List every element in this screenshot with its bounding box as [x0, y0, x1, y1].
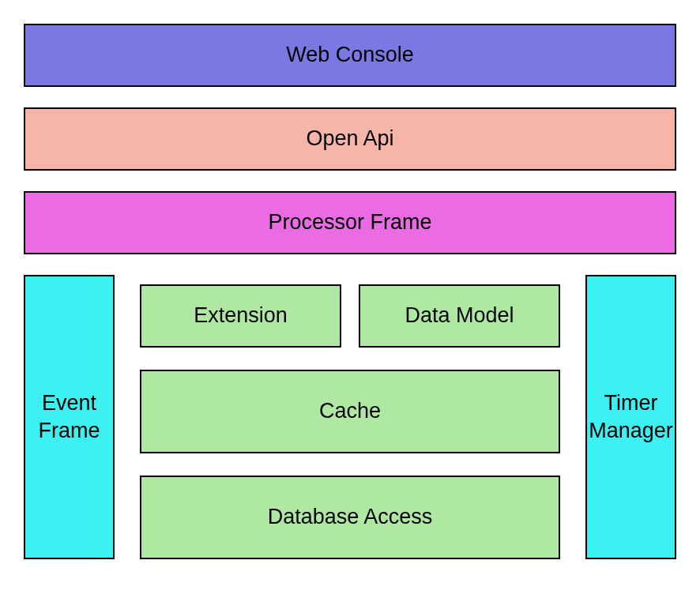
layer-label: Cache: [319, 397, 381, 425]
architecture-diagram: Web Console Open Api Processor Frame Eve…: [24, 24, 676, 559]
layer-processor-frame: Processor Frame: [24, 191, 676, 254]
layer-label: Open Api: [306, 125, 393, 152]
layer-label: Processor Frame: [268, 209, 431, 236]
layer-label: Timer Manager: [587, 389, 675, 445]
middle-stack: Extension Data Model Cache Database Acce…: [140, 275, 560, 559]
layer-label: Database Access: [268, 503, 433, 531]
layer-cache: Cache: [140, 370, 560, 453]
layer-label: Web Console: [286, 41, 414, 69]
layer-web-console: Web Console: [24, 24, 676, 87]
layer-label: Event Frame: [25, 389, 113, 445]
layer-data-model: Data Model: [359, 284, 560, 348]
layer-database-access: Database Access: [140, 476, 560, 559]
layer-open-api: Open Api: [24, 107, 676, 171]
layer-label: Data Model: [405, 302, 514, 329]
bottom-section: Event Frame Extension Data Model Cache D…: [24, 275, 676, 559]
layer-extension: Extension: [140, 284, 341, 348]
layer-event-frame: Event Frame: [24, 275, 115, 559]
layer-label: Extension: [194, 302, 288, 329]
row-extension-datamodel: Extension Data Model: [140, 284, 560, 348]
layer-timer-manager: Timer Manager: [585, 275, 676, 559]
